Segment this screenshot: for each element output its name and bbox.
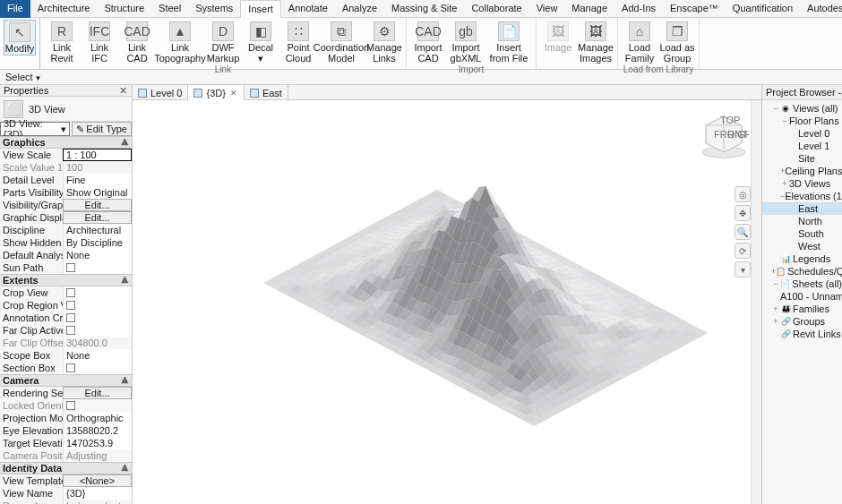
link-cad-button[interactable]: CADLinkCAD <box>119 20 155 64</box>
import-gbxml-button[interactable]: gbImportgbXML <box>448 20 484 64</box>
steering-wheel-button[interactable]: ◎ <box>735 186 751 202</box>
load-family-button[interactable]: ⌂LoadFamily <box>622 20 657 64</box>
link-topography-button[interactable]: ▲LinkTopography <box>157 20 203 64</box>
point-cloud-button[interactable]: ∷PointCloud <box>280 20 316 64</box>
property-value[interactable]: Edit... <box>63 211 132 224</box>
checkbox[interactable] <box>66 288 75 297</box>
tree-node[interactable]: 🔗Revit Links <box>762 328 842 340</box>
tab-massing-site[interactable]: Massing & Site <box>384 0 464 18</box>
orbit-button[interactable]: ⟳ <box>735 243 751 259</box>
tree-node[interactable]: 📊Legends <box>762 252 842 265</box>
tab-add-ins[interactable]: Add-Ins <box>614 0 663 18</box>
tree-node[interactable]: −Floor Plans <box>762 115 842 127</box>
property-value[interactable] <box>63 286 132 299</box>
tree-node[interactable]: +🔗Groups <box>762 315 842 328</box>
tree-node[interactable]: +👪Families <box>762 303 842 315</box>
tree-node[interactable]: West <box>762 240 842 252</box>
property-value[interactable]: None <box>63 349 132 362</box>
property-value[interactable] <box>63 362 132 374</box>
close-tab-icon[interactable]: ✕ <box>229 89 238 98</box>
tab-manage[interactable]: Manage <box>564 0 614 18</box>
import-cad-button[interactable]: CADImportCAD <box>410 20 446 64</box>
tree-node[interactable]: South <box>762 227 842 240</box>
tree-node[interactable]: −◉Views (all) <box>762 102 842 115</box>
tree-node[interactable]: East <box>762 202 842 215</box>
tree-twisty-icon[interactable]: + <box>771 304 780 313</box>
property-value[interactable]: Show Original <box>63 186 132 199</box>
property-value[interactable]: Orthographic <box>63 412 132 424</box>
section-header[interactable]: Graphics⯅ <box>0 136 132 149</box>
tab-view[interactable]: View <box>529 0 565 18</box>
tree-twisty-icon[interactable]: − <box>771 104 780 113</box>
checkbox[interactable] <box>66 313 75 322</box>
tab-collaborate[interactable]: Collaborate <box>464 0 528 18</box>
viewport[interactable]: FRONT RIGHT TOP ◎ ✥ 🔍 ⟳ ▾ <box>133 100 761 504</box>
tree-node[interactable]: −Elevations (12mm Circle) <box>762 190 842 202</box>
property-value[interactable]: Architectural <box>63 224 132 236</box>
coordination-model-button[interactable]: ⧉CoordinationModel <box>318 20 365 64</box>
view-selector-dropdown[interactable]: 3D View: {3D}▾ <box>0 122 70 136</box>
zoom-button[interactable]: 🔍 <box>735 224 751 240</box>
tree-node[interactable]: Level 0 <box>762 127 842 140</box>
insert-from-file-button[interactable]: 📄Insertfrom File <box>485 20 532 64</box>
view-tab-3d[interactable]: {3D}✕ <box>188 85 244 100</box>
property-value[interactable]: 13588020.2 <box>63 424 132 437</box>
checkbox[interactable] <box>66 326 75 335</box>
tab-file[interactable]: File <box>0 0 30 18</box>
property-value[interactable]: By Discipline <box>63 236 132 249</box>
property-value[interactable]: {3D} <box>63 487 132 500</box>
property-value[interactable] <box>63 299 132 312</box>
decal-button[interactable]: ◧Decal▾ <box>243 20 279 64</box>
tab-quantification[interactable]: Quantification <box>726 0 800 18</box>
property-value[interactable]: None <box>63 249 132 261</box>
property-value[interactable] <box>63 324 132 337</box>
section-header[interactable]: Camera⯅ <box>0 374 132 387</box>
property-value[interactable]: 1470253.9 <box>63 437 132 449</box>
nav-chevron-icon[interactable]: ▾ <box>735 261 751 278</box>
property-value[interactable]: Edit... <box>63 387 132 399</box>
tree-twisty-icon[interactable]: − <box>771 279 780 288</box>
dwf-markup-button[interactable]: DDWFMarkup <box>205 20 241 64</box>
tree-node[interactable]: North <box>762 215 842 227</box>
tree-twisty-icon[interactable]: − <box>780 116 789 125</box>
link-revit-button[interactable]: RLinkRevit <box>44 20 80 64</box>
select-dropdown[interactable]: Select▼ <box>5 72 42 82</box>
checkbox[interactable] <box>66 263 75 272</box>
tab-steel[interactable]: Steel <box>151 0 188 18</box>
section-header[interactable]: Extents⯅ <box>0 274 132 286</box>
load-as-group-button[interactable]: ❒Load asGroup <box>659 20 695 64</box>
tab-autodesk-point-layout[interactable]: Autodesk Point Layout <box>800 0 842 18</box>
tree-twisty-icon[interactable]: + <box>771 317 780 326</box>
edit-type-button[interactable]: ✎Edit Type <box>72 122 132 136</box>
tree-node[interactable]: +📋Schedules/Quantities (all) <box>762 265 842 278</box>
property-value[interactable]: Fine <box>63 174 132 186</box>
view-tab-level-0[interactable]: Level 0 <box>133 85 188 100</box>
manage-links-button[interactable]: ⚙ManageLinks <box>366 20 402 64</box>
tab-annotate[interactable]: Annotate <box>281 0 335 18</box>
tree-node[interactable]: A100 - Unnamed <box>762 290 842 303</box>
tab-insert[interactable]: Insert <box>240 0 281 18</box>
tab-architecture[interactable]: Architecture <box>30 0 98 18</box>
view-cube[interactable]: FRONT RIGHT TOP <box>699 111 749 161</box>
tab-structure[interactable]: Structure <box>97 0 151 18</box>
tree-node[interactable]: +3D Views <box>762 177 842 190</box>
vertical-scrollbar[interactable] <box>751 100 761 504</box>
close-icon[interactable]: ✕ <box>117 85 128 96</box>
property-value[interactable]: 1 : 100 <box>63 149 132 161</box>
tree-node[interactable]: +Ceiling Plans <box>762 165 842 177</box>
checkbox[interactable] <box>66 301 75 310</box>
property-value[interactable] <box>63 261 132 274</box>
tab-enscape-[interactable]: Enscape™ <box>663 0 726 18</box>
tab-systems[interactable]: Systems <box>188 0 240 18</box>
property-value[interactable] <box>63 312 132 324</box>
property-value[interactable]: <None> <box>63 474 132 487</box>
pan-button[interactable]: ✥ <box>735 205 751 221</box>
property-value[interactable]: Edit... <box>63 199 132 211</box>
tree-node[interactable]: −📄Sheets (all) <box>762 278 842 290</box>
view-tab-east[interactable]: East <box>245 85 288 100</box>
tab-analyze[interactable]: Analyze <box>335 0 384 18</box>
tree-twisty-icon[interactable]: + <box>780 179 789 188</box>
modify-button[interactable]: ↖Modify <box>4 20 36 56</box>
manage-images-button[interactable]: 🖼ManageImages <box>578 20 614 64</box>
section-header[interactable]: Identity Data⯅ <box>0 462 132 474</box>
